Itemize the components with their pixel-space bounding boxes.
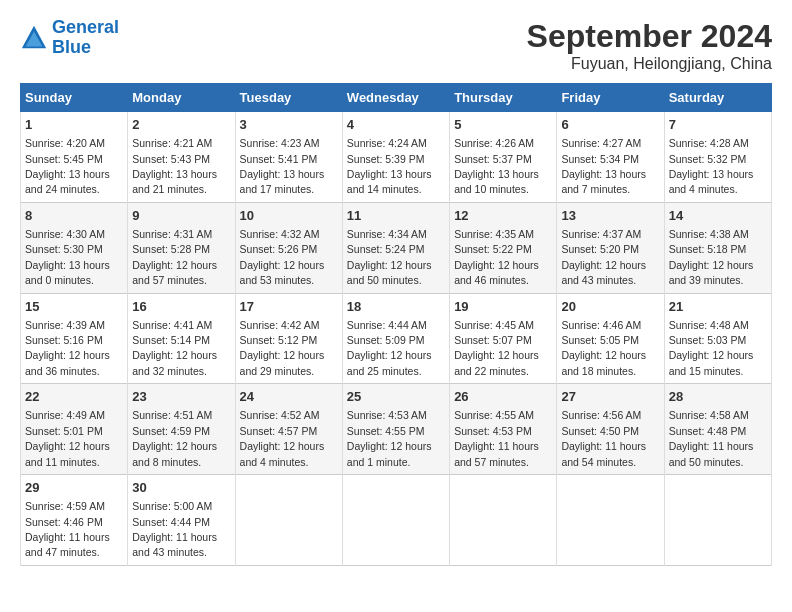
- day-info: Sunrise: 4:48 AMSunset: 5:03 PMDaylight:…: [669, 319, 754, 377]
- day-number: 21: [669, 298, 767, 316]
- day-info: Sunrise: 4:55 AMSunset: 4:53 PMDaylight:…: [454, 409, 539, 467]
- calendar-cell: 23Sunrise: 4:51 AMSunset: 4:59 PMDayligh…: [128, 384, 235, 475]
- day-info: Sunrise: 4:59 AMSunset: 4:46 PMDaylight:…: [25, 500, 110, 558]
- day-number: 4: [347, 116, 445, 134]
- weekday-header: Thursday: [450, 84, 557, 112]
- calendar-week-row: 8Sunrise: 4:30 AMSunset: 5:30 PMDaylight…: [21, 202, 772, 293]
- calendar-cell: 27Sunrise: 4:56 AMSunset: 4:50 PMDayligh…: [557, 384, 664, 475]
- calendar-cell: 19Sunrise: 4:45 AMSunset: 5:07 PMDayligh…: [450, 293, 557, 384]
- calendar-cell: 22Sunrise: 4:49 AMSunset: 5:01 PMDayligh…: [21, 384, 128, 475]
- day-info: Sunrise: 4:32 AMSunset: 5:26 PMDaylight:…: [240, 228, 325, 286]
- day-number: 22: [25, 388, 123, 406]
- day-info: Sunrise: 4:38 AMSunset: 5:18 PMDaylight:…: [669, 228, 754, 286]
- calendar-week-row: 1Sunrise: 4:20 AMSunset: 5:45 PMDaylight…: [21, 112, 772, 203]
- day-number: 16: [132, 298, 230, 316]
- calendar-cell: 18Sunrise: 4:44 AMSunset: 5:09 PMDayligh…: [342, 293, 449, 384]
- day-info: Sunrise: 4:30 AMSunset: 5:30 PMDaylight:…: [25, 228, 110, 286]
- day-info: Sunrise: 4:49 AMSunset: 5:01 PMDaylight:…: [25, 409, 110, 467]
- calendar-cell: 25Sunrise: 4:53 AMSunset: 4:55 PMDayligh…: [342, 384, 449, 475]
- calendar-cell: [557, 475, 664, 566]
- day-number: 7: [669, 116, 767, 134]
- calendar-cell: 3Sunrise: 4:23 AMSunset: 5:41 PMDaylight…: [235, 112, 342, 203]
- calendar-cell: [664, 475, 771, 566]
- day-number: 13: [561, 207, 659, 225]
- day-info: Sunrise: 4:26 AMSunset: 5:37 PMDaylight:…: [454, 137, 539, 195]
- weekday-header: Wednesday: [342, 84, 449, 112]
- main-container: General Blue September 2024 Fuyuan, Heil…: [0, 0, 792, 576]
- day-info: Sunrise: 4:44 AMSunset: 5:09 PMDaylight:…: [347, 319, 432, 377]
- calendar-cell: 14Sunrise: 4:38 AMSunset: 5:18 PMDayligh…: [664, 202, 771, 293]
- day-number: 25: [347, 388, 445, 406]
- month-title: September 2024: [527, 18, 772, 55]
- day-info: Sunrise: 4:34 AMSunset: 5:24 PMDaylight:…: [347, 228, 432, 286]
- calendar-table: SundayMondayTuesdayWednesdayThursdayFrid…: [20, 83, 772, 566]
- logo-text: General Blue: [52, 18, 119, 58]
- day-number: 11: [347, 207, 445, 225]
- day-number: 9: [132, 207, 230, 225]
- calendar-cell: 11Sunrise: 4:34 AMSunset: 5:24 PMDayligh…: [342, 202, 449, 293]
- calendar-cell: 6Sunrise: 4:27 AMSunset: 5:34 PMDaylight…: [557, 112, 664, 203]
- day-info: Sunrise: 4:45 AMSunset: 5:07 PMDaylight:…: [454, 319, 539, 377]
- day-info: Sunrise: 5:00 AMSunset: 4:44 PMDaylight:…: [132, 500, 217, 558]
- calendar-header-row: SundayMondayTuesdayWednesdayThursdayFrid…: [21, 84, 772, 112]
- logo-icon: [20, 24, 48, 52]
- calendar-cell: 16Sunrise: 4:41 AMSunset: 5:14 PMDayligh…: [128, 293, 235, 384]
- weekday-header: Friday: [557, 84, 664, 112]
- calendar-cell: 29Sunrise: 4:59 AMSunset: 4:46 PMDayligh…: [21, 475, 128, 566]
- title-block: September 2024 Fuyuan, Heilongjiang, Chi…: [527, 18, 772, 73]
- logo-line2: Blue: [52, 37, 91, 57]
- day-number: 24: [240, 388, 338, 406]
- calendar-cell: 24Sunrise: 4:52 AMSunset: 4:57 PMDayligh…: [235, 384, 342, 475]
- day-info: Sunrise: 4:41 AMSunset: 5:14 PMDaylight:…: [132, 319, 217, 377]
- weekday-header: Sunday: [21, 84, 128, 112]
- day-info: Sunrise: 4:20 AMSunset: 5:45 PMDaylight:…: [25, 137, 110, 195]
- day-number: 2: [132, 116, 230, 134]
- day-number: 23: [132, 388, 230, 406]
- calendar-cell: [342, 475, 449, 566]
- location-title: Fuyuan, Heilongjiang, China: [527, 55, 772, 73]
- day-info: Sunrise: 4:39 AMSunset: 5:16 PMDaylight:…: [25, 319, 110, 377]
- calendar-cell: 13Sunrise: 4:37 AMSunset: 5:20 PMDayligh…: [557, 202, 664, 293]
- day-info: Sunrise: 4:21 AMSunset: 5:43 PMDaylight:…: [132, 137, 217, 195]
- header-row: General Blue September 2024 Fuyuan, Heil…: [20, 18, 772, 73]
- day-number: 10: [240, 207, 338, 225]
- calendar-cell: 10Sunrise: 4:32 AMSunset: 5:26 PMDayligh…: [235, 202, 342, 293]
- day-info: Sunrise: 4:56 AMSunset: 4:50 PMDaylight:…: [561, 409, 646, 467]
- calendar-cell: 7Sunrise: 4:28 AMSunset: 5:32 PMDaylight…: [664, 112, 771, 203]
- calendar-cell: 5Sunrise: 4:26 AMSunset: 5:37 PMDaylight…: [450, 112, 557, 203]
- logo-line1: General: [52, 17, 119, 37]
- day-number: 12: [454, 207, 552, 225]
- day-number: 3: [240, 116, 338, 134]
- day-info: Sunrise: 4:53 AMSunset: 4:55 PMDaylight:…: [347, 409, 432, 467]
- weekday-header: Saturday: [664, 84, 771, 112]
- day-number: 27: [561, 388, 659, 406]
- day-info: Sunrise: 4:58 AMSunset: 4:48 PMDaylight:…: [669, 409, 754, 467]
- day-number: 28: [669, 388, 767, 406]
- day-number: 20: [561, 298, 659, 316]
- day-number: 26: [454, 388, 552, 406]
- calendar-cell: 26Sunrise: 4:55 AMSunset: 4:53 PMDayligh…: [450, 384, 557, 475]
- day-info: Sunrise: 4:46 AMSunset: 5:05 PMDaylight:…: [561, 319, 646, 377]
- calendar-cell: 1Sunrise: 4:20 AMSunset: 5:45 PMDaylight…: [21, 112, 128, 203]
- calendar-cell: 15Sunrise: 4:39 AMSunset: 5:16 PMDayligh…: [21, 293, 128, 384]
- calendar-week-row: 29Sunrise: 4:59 AMSunset: 4:46 PMDayligh…: [21, 475, 772, 566]
- calendar-cell: 21Sunrise: 4:48 AMSunset: 5:03 PMDayligh…: [664, 293, 771, 384]
- day-number: 30: [132, 479, 230, 497]
- day-info: Sunrise: 4:23 AMSunset: 5:41 PMDaylight:…: [240, 137, 325, 195]
- day-info: Sunrise: 4:51 AMSunset: 4:59 PMDaylight:…: [132, 409, 217, 467]
- day-number: 6: [561, 116, 659, 134]
- day-number: 29: [25, 479, 123, 497]
- calendar-cell: 30Sunrise: 5:00 AMSunset: 4:44 PMDayligh…: [128, 475, 235, 566]
- calendar-cell: 28Sunrise: 4:58 AMSunset: 4:48 PMDayligh…: [664, 384, 771, 475]
- day-info: Sunrise: 4:28 AMSunset: 5:32 PMDaylight:…: [669, 137, 754, 195]
- calendar-cell: 4Sunrise: 4:24 AMSunset: 5:39 PMDaylight…: [342, 112, 449, 203]
- day-info: Sunrise: 4:24 AMSunset: 5:39 PMDaylight:…: [347, 137, 432, 195]
- calendar-cell: 20Sunrise: 4:46 AMSunset: 5:05 PMDayligh…: [557, 293, 664, 384]
- calendar-cell: 9Sunrise: 4:31 AMSunset: 5:28 PMDaylight…: [128, 202, 235, 293]
- calendar-week-row: 15Sunrise: 4:39 AMSunset: 5:16 PMDayligh…: [21, 293, 772, 384]
- calendar-cell: 17Sunrise: 4:42 AMSunset: 5:12 PMDayligh…: [235, 293, 342, 384]
- logo: General Blue: [20, 18, 119, 58]
- calendar-cell: 8Sunrise: 4:30 AMSunset: 5:30 PMDaylight…: [21, 202, 128, 293]
- day-info: Sunrise: 4:37 AMSunset: 5:20 PMDaylight:…: [561, 228, 646, 286]
- weekday-header: Monday: [128, 84, 235, 112]
